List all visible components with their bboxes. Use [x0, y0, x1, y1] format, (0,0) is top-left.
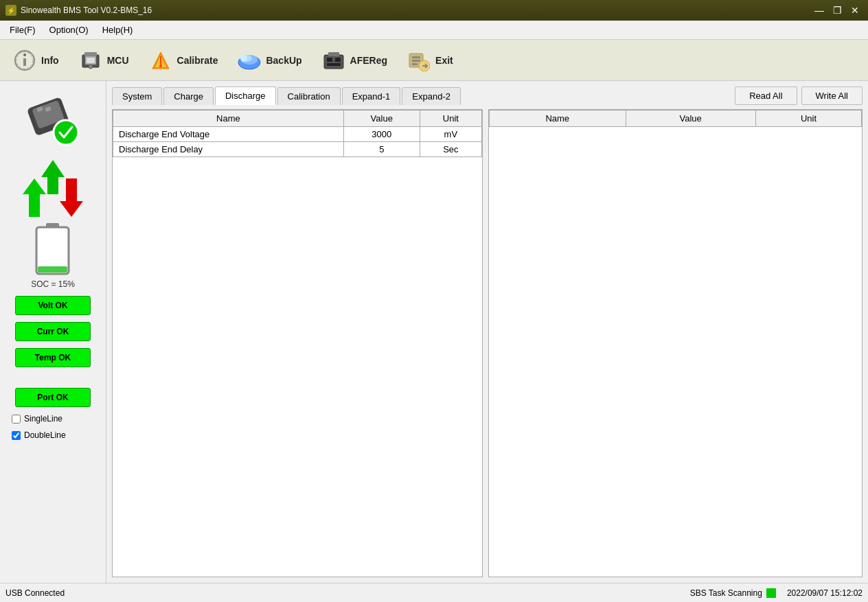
svg-rect-19	[335, 58, 341, 62]
close-button[interactable]: ✕	[847, 4, 863, 16]
svg-point-1	[23, 54, 26, 56]
arrows-area	[17, 177, 89, 218]
status-task: SBS Task Scanning	[690, 588, 776, 598]
menu-bar: File(F) Option(O) Help(H)	[0, 21, 868, 40]
left-col-name: Name	[113, 111, 344, 127]
svg-marker-32	[23, 178, 46, 217]
volt-ok-button[interactable]: Volt OK	[15, 296, 91, 315]
left-col-unit: Unit	[420, 111, 481, 127]
curr-ok-button[interactable]: Curr OK	[15, 322, 91, 341]
tab-charge[interactable]: Charge	[163, 87, 214, 105]
menu-file[interactable]: File(F)	[3, 23, 43, 37]
maximize-button[interactable]: ❐	[830, 4, 845, 16]
row1-value[interactable]: 3000	[343, 127, 420, 142]
right-col-value: Value	[626, 111, 755, 127]
tabs-row: System Charge Discharge Calibration Expa…	[112, 86, 732, 105]
doubleline-label[interactable]: DoubleLine	[24, 430, 66, 440]
table-row: Discharge End Delay 5 Sec	[113, 142, 482, 157]
soc-label: SOC = 15%	[31, 279, 75, 289]
svg-rect-17	[328, 52, 339, 56]
mcu-label: MCU	[107, 55, 129, 66]
battery-area: SOC = 15%	[31, 222, 75, 289]
app-title: Sinowealth BMS Tool V0.2-BMS_16	[21, 5, 152, 15]
status-task-label: SBS Task Scanning	[690, 588, 762, 598]
backup-icon	[237, 48, 262, 73]
svg-marker-33	[60, 178, 83, 217]
port-ok-button[interactable]: Port OK	[15, 388, 91, 407]
svg-rect-23	[412, 60, 420, 62]
main-layout: SOC = 15% Volt OK Curr OK Temp OK Port O…	[0, 81, 868, 583]
svg-rect-20	[327, 63, 341, 66]
menu-help[interactable]: Help(H)	[95, 23, 140, 37]
svg-rect-24	[412, 63, 418, 65]
status-indicator	[766, 588, 776, 598]
exit-icon	[407, 48, 431, 73]
singleline-label[interactable]: SingleLine	[24, 414, 62, 424]
afereg-icon	[321, 48, 346, 73]
tab-calibration[interactable]: Calibration	[277, 87, 341, 105]
svg-rect-22	[412, 56, 420, 58]
tab-expand1[interactable]: Expand-1	[342, 87, 401, 105]
row2-value[interactable]: 5	[343, 142, 420, 157]
action-buttons: Read All Write All	[735, 86, 863, 105]
svg-rect-16	[324, 55, 343, 69]
info-label: Info	[41, 55, 59, 66]
top-bar: System Charge Discharge Calibration Expa…	[112, 86, 863, 105]
tables-row: Name Value Unit Discharge End Voltage 30…	[112, 109, 863, 577]
right-col-name: Name	[490, 111, 626, 127]
status-usb: USB Connected	[5, 588, 679, 598]
calibrate-button[interactable]: Calibrate	[141, 44, 225, 77]
doubleline-row: DoubleLine	[12, 430, 94, 440]
tab-discharge[interactable]: Discharge	[215, 86, 276, 105]
singleline-row: SingleLine	[12, 414, 94, 424]
calibrate-icon	[148, 48, 173, 73]
svg-rect-36	[38, 266, 67, 273]
toolbar: Info MCU Calibrate	[0, 40, 868, 81]
right-data-table: Name Value Unit	[488, 109, 863, 577]
info-icon	[12, 48, 37, 73]
backup-label: BackUp	[266, 55, 301, 66]
afereg-button[interactable]: AFEReg	[315, 44, 394, 77]
mcu-icon	[78, 48, 103, 73]
read-all-button[interactable]: Read All	[735, 86, 797, 105]
exit-button[interactable]: Exit	[400, 44, 460, 77]
write-all-button[interactable]: Write All	[801, 86, 863, 105]
tab-system[interactable]: System	[112, 87, 162, 105]
status-bar: USB Connected SBS Task Scanning 2022/09/…	[0, 583, 868, 602]
row1-name: Discharge End Voltage	[113, 127, 344, 142]
mcu-button[interactable]: MCU	[71, 44, 136, 77]
temp-ok-button[interactable]: Temp OK	[15, 348, 91, 367]
usb-connected-icon	[22, 88, 84, 150]
left-col-value: Value	[343, 111, 420, 127]
svg-point-15	[240, 55, 247, 62]
svg-point-30	[54, 120, 78, 145]
minimize-button[interactable]: —	[812, 4, 827, 16]
svg-rect-18	[327, 58, 332, 62]
svg-rect-4	[84, 52, 97, 56]
left-data-table: Name Value Unit Discharge End Voltage 30…	[112, 109, 483, 577]
backup-button[interactable]: BackUp	[230, 44, 308, 77]
table-row: Discharge End Voltage 3000 mV	[113, 127, 482, 142]
row1-unit: mV	[420, 127, 481, 142]
singleline-checkbox[interactable]	[12, 415, 21, 424]
right-col-unit: Unit	[755, 111, 861, 127]
title-bar: ⚡ Sinowealth BMS Tool V0.2-BMS_16 — ❐ ✕	[0, 0, 868, 21]
afereg-label: AFEReg	[350, 55, 387, 66]
svg-rect-6	[87, 58, 95, 63]
content-area: System Charge Discharge Calibration Expa…	[106, 81, 868, 583]
info-button[interactable]: Info	[5, 44, 66, 77]
doubleline-checkbox[interactable]	[12, 431, 21, 440]
svg-point-7	[89, 65, 93, 69]
menu-option[interactable]: Option(O)	[43, 23, 95, 37]
tab-expand2[interactable]: Expand-2	[402, 87, 461, 105]
app-icon: ⚡	[5, 5, 16, 16]
calibrate-label: Calibrate	[177, 55, 218, 66]
row2-unit: Sec	[420, 142, 481, 157]
status-datetime: 2022/09/07 15:12:02	[787, 588, 863, 598]
exit-label: Exit	[435, 55, 453, 66]
svg-point-11	[159, 65, 162, 67]
sidebar: SOC = 15% Volt OK Curr OK Temp OK Port O…	[0, 81, 106, 583]
window-controls: — ❐ ✕	[812, 4, 863, 16]
row2-name: Discharge End Delay	[113, 142, 344, 157]
